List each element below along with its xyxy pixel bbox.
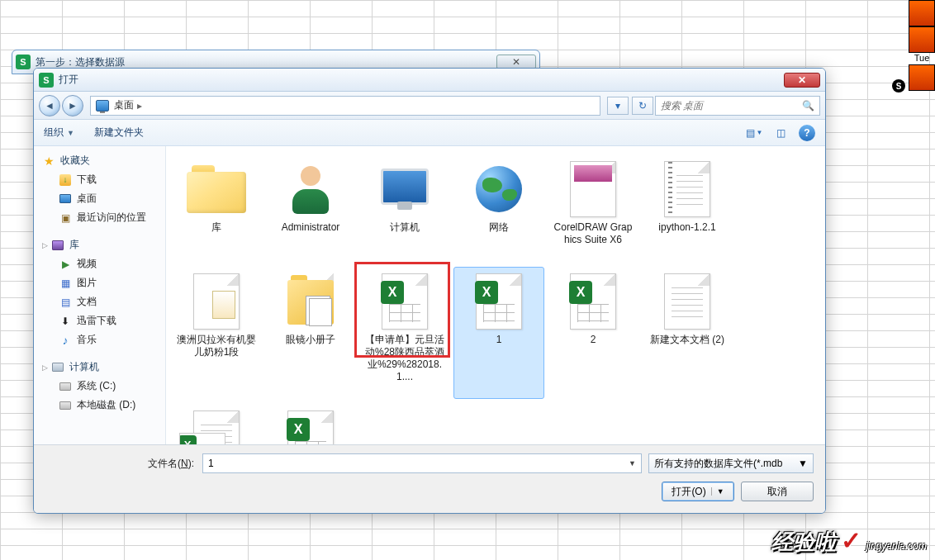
sidebar-item-label: 图片	[77, 276, 97, 290]
file-list-area[interactable]: 库 Administrator 计算机 网络 CorelDRAW Graphic…	[166, 146, 825, 444]
sidebar-item-label: 系统 (C:)	[77, 379, 116, 393]
nav-forward-button[interactable]: ►	[62, 95, 83, 116]
sidebar-libraries-header[interactable]: ▷ 库	[34, 235, 165, 254]
drive-icon	[59, 401, 71, 410]
breadcrumb-bar[interactable]: 桌面 ▸	[90, 96, 600, 116]
file-tile-libraries[interactable]: 库	[171, 154, 262, 262]
sidebar-computer-label: 计算机	[69, 360, 99, 374]
close-button[interactable]: ✕	[784, 73, 820, 88]
filename-label: 文件名(N):	[45, 457, 194, 471]
sidebar-item-recent[interactable]: ▣最近访问的位置	[34, 208, 165, 227]
sidebar-computer-header[interactable]: ▷ 计算机	[34, 358, 165, 377]
sidebar-item-videos[interactable]: ▶视频	[34, 254, 165, 273]
tue-label: Tue	[909, 53, 935, 63]
picture-icon: ▦	[59, 277, 72, 290]
checkmark-icon: ✓	[841, 526, 861, 555]
desktop-icon	[96, 100, 109, 112]
file-tile-coreldraw[interactable]: CorelDRAW Graphics Suite X6	[548, 154, 638, 262]
search-box[interactable]: 🔍	[655, 96, 820, 116]
sidebar-item-label: 本地磁盘 (D:)	[77, 398, 135, 412]
filename-input[interactable]: 1 ▼	[202, 453, 642, 473]
sidebar-item-documents[interactable]: ▤文档	[34, 292, 165, 311]
file-icon	[664, 161, 710, 217]
file-label: 网络	[489, 221, 509, 234]
widget-3	[909, 64, 935, 91]
cancel-button[interactable]: 取消	[741, 482, 814, 501]
file-tile-administrator[interactable]: Administrator	[265, 154, 356, 262]
xls-icon: X	[570, 273, 616, 330]
file-label: 计算机	[390, 221, 420, 234]
preview-pane-button[interactable]: ◫	[769, 124, 792, 142]
recent-icon: ▣	[59, 211, 72, 225]
file-label: 【申请单】元旦活动%28陕西品萃酒业%29%282018.1....	[363, 334, 446, 383]
refresh-button[interactable]: ↻	[632, 97, 653, 115]
file-tile-zhegou[interactable]: X 喆购商品资料表2017-12-27	[265, 404, 356, 444]
organize-label: 组织	[44, 126, 64, 140]
breadcrumb-dropdown[interactable]: ▾	[607, 97, 629, 115]
sidebar-item-desktop[interactable]: 桌面	[34, 189, 165, 208]
chevron-down-icon[interactable]: ▼	[629, 459, 636, 467]
sidebar-item-label: 桌面	[77, 192, 97, 206]
sidebar-item-label: 视频	[77, 257, 97, 271]
sidebar-item-thunder[interactable]: ⬇迅雷下载	[34, 311, 165, 330]
toolbar: 组织 ▼ 新建文件夹 ▤▼ ◫ ?	[34, 120, 825, 146]
xls-icon: X	[382, 273, 428, 330]
network-icon	[476, 166, 522, 212]
sidebar-item-pictures[interactable]: ▦图片	[34, 273, 165, 292]
download-icon	[59, 174, 71, 186]
file-tile-milk[interactable]: 澳洲贝拉米有机婴儿奶粉1段	[171, 267, 262, 374]
file-tile-application[interactable]: X 【申请单】元旦活动%28陕西品萃酒业%29%282018.1....	[359, 267, 450, 399]
file-tile-1[interactable]: X 1	[453, 267, 544, 399]
sidebar-item-drive-c[interactable]: 系统 (C:)	[34, 377, 165, 396]
new-folder-button[interactable]: 新建文件夹	[94, 126, 144, 140]
sidebar-libraries-label: 库	[69, 238, 79, 252]
s-badge-icon: S	[892, 79, 905, 93]
file-tile-newtxt2[interactable]: 新建文本文档 (2)	[642, 267, 733, 399]
desktop-icon	[59, 194, 71, 203]
computer-icon	[381, 168, 429, 210]
file-tile-glasses[interactable]: 眼镜小册子	[265, 267, 356, 399]
video-icon: ▶	[59, 258, 72, 271]
file-type-filter[interactable]: 所有支持的数据库文件(*.mdb ▼	[648, 453, 814, 473]
sidebar-item-label: 下载	[77, 173, 97, 187]
cancel-button-label: 取消	[767, 485, 787, 499]
help-button[interactable]: ?	[799, 125, 815, 141]
music-icon: ♪	[59, 334, 72, 347]
search-input[interactable]	[661, 100, 799, 112]
sidebar-item-downloads[interactable]: 下载	[34, 170, 165, 189]
nav-back-button[interactable]: ◄	[39, 95, 60, 116]
txt-icon	[664, 273, 710, 330]
computer-icon	[52, 363, 64, 372]
file-tile-network[interactable]: 网络	[453, 154, 544, 262]
organize-menu[interactable]: 组织 ▼	[44, 126, 74, 140]
sidebar-favorites-header[interactable]: ★ 收藏夹	[34, 151, 165, 170]
file-tile-computer[interactable]: 计算机	[359, 154, 450, 262]
sidebar-item-label: 最近访问的位置	[77, 211, 146, 225]
search-icon: 🔍	[802, 100, 814, 112]
watermark: 经验啦 ✓ jingyanla.com	[771, 526, 927, 557]
file-label: 新建文本文档 (2)	[650, 334, 724, 346]
file-label: CorelDRAW Graphics Suite X6	[552, 221, 634, 246]
open-button-label: 打开(O)	[672, 485, 705, 499]
view-mode-button[interactable]: ▤▼	[743, 124, 766, 142]
sidebar-item-label: 音乐	[77, 333, 97, 347]
dialog-footer: 文件名(N): 1 ▼ 所有支持的数据库文件(*.mdb ▼ 打开(O) ▼ 取…	[34, 444, 825, 513]
file-icon	[570, 161, 616, 217]
folder-icon	[187, 165, 246, 213]
sidebar-item-music[interactable]: ♪音乐	[34, 330, 165, 349]
breadcrumb-location: 桌面	[114, 98, 134, 112]
thunder-icon: ⬇	[59, 315, 72, 328]
xls-icon: X	[287, 411, 334, 444]
filter-label: 所有支持的数据库文件(*.mdb	[654, 457, 782, 471]
open-button[interactable]: 打开(O) ▼	[662, 482, 734, 501]
file-tile-2[interactable]: X 2	[548, 267, 638, 399]
app-icon: S	[16, 55, 31, 69]
watermark-main: 经验啦	[771, 528, 836, 557]
new-folder-label: 新建文件夹	[94, 126, 144, 140]
file-tile-partial[interactable]: X	[179, 433, 225, 444]
expand-icon: ▷	[42, 363, 48, 372]
document-icon: ▤	[59, 296, 72, 309]
sidebar-item-drive-d[interactable]: 本地磁盘 (D:)	[34, 396, 165, 415]
file-tile-ipython[interactable]: ipython-1.2.1	[642, 154, 733, 262]
app-icon: S	[39, 73, 54, 88]
